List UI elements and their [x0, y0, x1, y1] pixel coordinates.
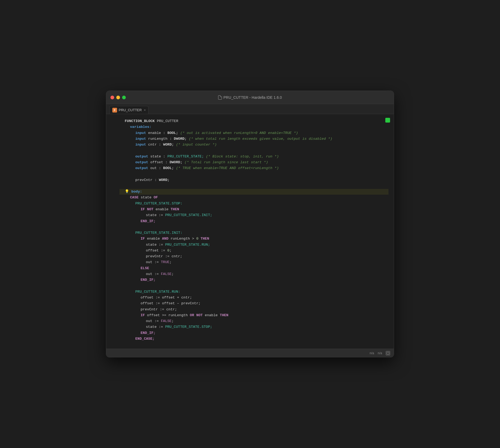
code-line [119, 283, 388, 289]
tab-badge: F [112, 108, 117, 113]
window-title: PRU_CUTTER - Hardella IDE 1.6.0 [218, 95, 282, 100]
code-line: END_IF; [119, 330, 388, 336]
code-line: prevCntr := cntr; [119, 307, 388, 312]
code-line: input runLength : DWORD; (* when total r… [119, 136, 388, 142]
code-line: state := PRU_CUTTER_STATE.STOP; [119, 324, 388, 330]
maximize-button[interactable] [122, 96, 126, 99]
svg-rect-0 [387, 352, 389, 354]
code-line [119, 224, 388, 230]
code-line: IF enable AND runLength > 0 THEN [119, 236, 388, 242]
code-line: output state : PRU_CUTTER_STATE; (* Bloc… [119, 154, 388, 160]
tab-close-button[interactable]: × [144, 108, 146, 112]
title-text: PRU_CUTTER - Hardella IDE 1.6.0 [224, 95, 282, 100]
code-line: prevCntr := cntr; [119, 254, 388, 259]
code-line: out := TRUE; [119, 259, 388, 265]
status-bar: n/a n/a [106, 349, 394, 357]
code-line: state := PRU_CUTTER_STATE.RUN; [119, 242, 388, 248]
code-line: ELSE [119, 265, 388, 271]
code-line: IF offset >= runLength OR NOT enable THE… [119, 312, 388, 318]
code-line: FUNCTION_BLOCK PRU_CUTTER [119, 118, 388, 124]
line-numbers [106, 114, 119, 349]
code-line [119, 148, 388, 153]
code-line: END_CASE; [119, 336, 388, 342]
tab-label: PRU_CUTTER [119, 108, 142, 112]
minimize-button[interactable] [116, 96, 120, 99]
title-bar: PRU_CUTTER - Hardella IDE 1.6.0 [106, 91, 394, 104]
code-line: END_IF; [119, 277, 388, 283]
code-line: CASE state OF [119, 195, 388, 200]
status-right: n/a [378, 351, 382, 355]
traffic-lights [110, 96, 126, 99]
code-line: PRU_CUTTER_STATE.INIT: [119, 230, 388, 236]
status-left: n/a [370, 351, 374, 355]
code-line: IF NOT enable THEN [119, 207, 388, 212]
code-line: input cntr : WORD; (* input counter *) [119, 142, 388, 148]
code-line: offset := offset + cntr; [119, 295, 388, 301]
code-line [119, 183, 388, 189]
code-line: PRU_CUTTER_STATE.STOP: [119, 201, 388, 207]
editor-area: FUNCTION_BLOCK PRU_CUTTERvariables:input… [106, 114, 394, 349]
code-editor[interactable]: FUNCTION_BLOCK PRU_CUTTERvariables:input… [119, 114, 394, 349]
code-line: input enable : BOOL; (* out is activated… [119, 130, 388, 136]
close-button[interactable] [110, 96, 114, 99]
code-line: variables: [119, 124, 388, 130]
tab-pru-cutter[interactable]: F PRU_CUTTER × [109, 106, 149, 114]
status-indicator [385, 118, 390, 123]
code-line: prevCntr : WORD; [119, 177, 388, 183]
code-line: output offset : DWORD; (* Total run leng… [119, 160, 388, 165]
code-line: offset := offset – prevCntr; [119, 301, 388, 306]
main-window: PRU_CUTTER - Hardella IDE 1.6.0 F PRU_CU… [106, 91, 394, 357]
tab-bar: F PRU_CUTTER × [106, 104, 394, 114]
file-icon [218, 95, 222, 100]
code-line: offset := 0; [119, 248, 388, 254]
code-line: out := FALSE; [119, 318, 388, 324]
code-line [119, 171, 388, 177]
code-line: out := FALSE; [119, 271, 388, 277]
lightbulb-icon: 💡 [125, 190, 131, 194]
code-line: state := PRU_CUTTER_STATE.INIT; [119, 212, 388, 218]
code-line: END_IF; [119, 218, 388, 224]
status-icon [386, 351, 390, 355]
code-line: 💡 body: [119, 189, 388, 195]
code-line: PRU_CUTTER_STATE.RUN: [119, 289, 388, 295]
code-line: output out : BOOL; (* TRUE when enable=T… [119, 165, 388, 171]
